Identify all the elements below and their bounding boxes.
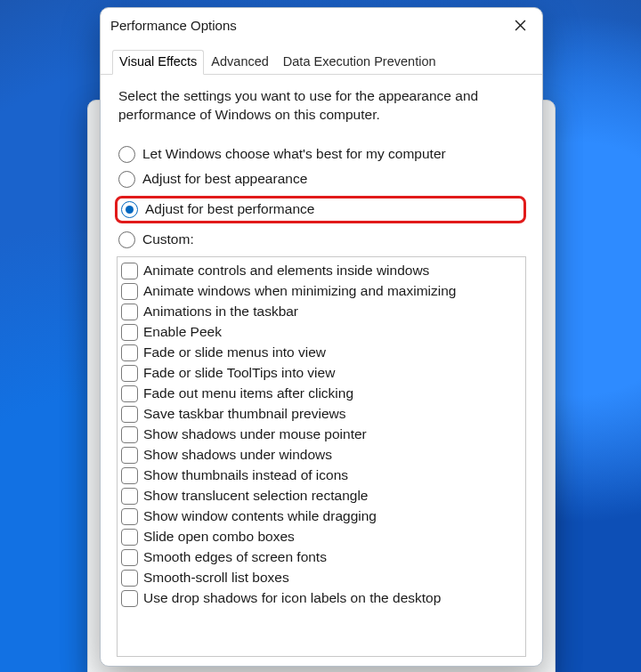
effect-label: Animate windows when minimizing and maxi… [143, 284, 456, 298]
effect-label: Show shadows under mouse pointer [143, 427, 367, 441]
checkbox-icon [121, 570, 138, 587]
effect-label: Fade or slide menus into view [143, 345, 326, 360]
checkbox-icon [121, 283, 138, 300]
effect-label: Animations in the taskbar [143, 304, 298, 319]
checkbox-icon [121, 467, 138, 484]
effect-item[interactable]: Enable Peek [121, 322, 522, 343]
checkbox-icon [121, 529, 138, 546]
tabpage-visual-effects: Select the settings you want to use for … [101, 75, 542, 666]
performance-options-dialog: Performance Options Visual Effects Advan… [100, 7, 543, 667]
checkbox-icon [121, 426, 138, 443]
effect-label: Animate controls and elements inside win… [143, 263, 429, 278]
radio-icon [118, 231, 135, 248]
effect-item[interactable]: Slide open combo boxes [121, 527, 522, 547]
effect-label: Smooth-scroll list boxes [143, 571, 289, 585]
radio-best-appearance[interactable]: Adjust for best appearance [118, 171, 526, 188]
effect-label: Show translucent selection rectangle [143, 489, 368, 503]
checkbox-icon [121, 590, 138, 607]
checkbox-icon [121, 447, 138, 464]
titlebar: Performance Options [101, 8, 542, 40]
effect-label: Show window contents while dragging [143, 509, 377, 523]
radio-icon [118, 146, 135, 163]
effect-label: Show shadows under windows [143, 448, 332, 462]
effect-item[interactable]: Show shadows under mouse pointer [121, 425, 522, 445]
radio-let-windows-choose[interactable]: Let Windows choose what's best for my co… [118, 146, 526, 163]
checkbox-icon [121, 549, 138, 566]
checkbox-icon [121, 406, 138, 423]
close-button[interactable] [505, 13, 535, 36]
effect-item[interactable]: Fade or slide ToolTips into view [121, 363, 522, 384]
checkbox-icon [121, 365, 138, 382]
effect-item[interactable]: Animate controls and elements inside win… [121, 261, 522, 281]
checkbox-icon [121, 488, 138, 505]
effect-item[interactable]: Show translucent selection rectangle [121, 486, 522, 506]
checkbox-icon [121, 304, 138, 320]
effect-item[interactable]: Show window contents while dragging [121, 506, 522, 527]
effect-item[interactable]: Animations in the taskbar [121, 302, 522, 322]
effect-label: Fade or slide ToolTips into view [143, 366, 335, 380]
radio-group: Let Windows choose what's best for my co… [117, 146, 526, 248]
radio-icon [118, 171, 135, 188]
intro-text: Select the settings you want to use for … [117, 87, 526, 125]
effect-item[interactable]: Show shadows under windows [121, 445, 522, 466]
radio-icon [121, 201, 138, 218]
effect-label: Slide open combo boxes [143, 530, 295, 544]
tabstrip: Visual Effects Advanced Data Execution P… [101, 40, 542, 75]
checkbox-icon [121, 344, 138, 361]
effect-label: Fade out menu items after clicking [143, 386, 353, 401]
checkbox-icon [121, 385, 138, 402]
effect-item[interactable]: Animate windows when minimizing and maxi… [121, 281, 522, 302]
effect-item[interactable]: Save taskbar thumbnail previews [121, 404, 522, 425]
radio-label: Let Windows choose what's best for my co… [142, 146, 446, 162]
effects-list[interactable]: Animate controls and elements inside win… [117, 256, 526, 657]
effect-item[interactable]: Use drop shadows for icon labels on the … [121, 588, 522, 609]
radio-custom[interactable]: Custom: [118, 231, 526, 248]
tab-visual-effects[interactable]: Visual Effects [112, 50, 204, 75]
close-icon [515, 20, 526, 31]
effect-label: Enable Peek [143, 325, 222, 339]
effect-item[interactable]: Fade or slide menus into view [121, 343, 522, 363]
checkbox-icon [121, 508, 138, 525]
effect-item[interactable]: Smooth edges of screen fonts [121, 547, 522, 568]
effect-item[interactable]: Show thumbnails instead of icons [121, 466, 522, 486]
checkbox-icon [121, 324, 138, 341]
radio-label: Custom: [142, 231, 194, 247]
radio-label: Adjust for best appearance [142, 171, 307, 187]
effect-label: Use drop shadows for icon labels on the … [143, 591, 441, 605]
radio-label: Adjust for best performance [145, 201, 314, 217]
effect-item[interactable]: Smooth-scroll list boxes [121, 568, 522, 588]
effect-item[interactable]: Fade out menu items after clicking [121, 384, 522, 404]
checkbox-icon [121, 263, 138, 279]
effect-label: Smooth edges of screen fonts [143, 550, 327, 564]
effect-label: Save taskbar thumbnail previews [143, 407, 345, 421]
window-title: Performance Options [110, 18, 237, 33]
tab-advanced[interactable]: Advanced [204, 50, 276, 75]
tab-dep[interactable]: Data Execution Prevention [276, 50, 443, 75]
radio-best-performance[interactable]: Adjust for best performance [115, 196, 526, 223]
effect-label: Show thumbnails instead of icons [143, 468, 348, 482]
